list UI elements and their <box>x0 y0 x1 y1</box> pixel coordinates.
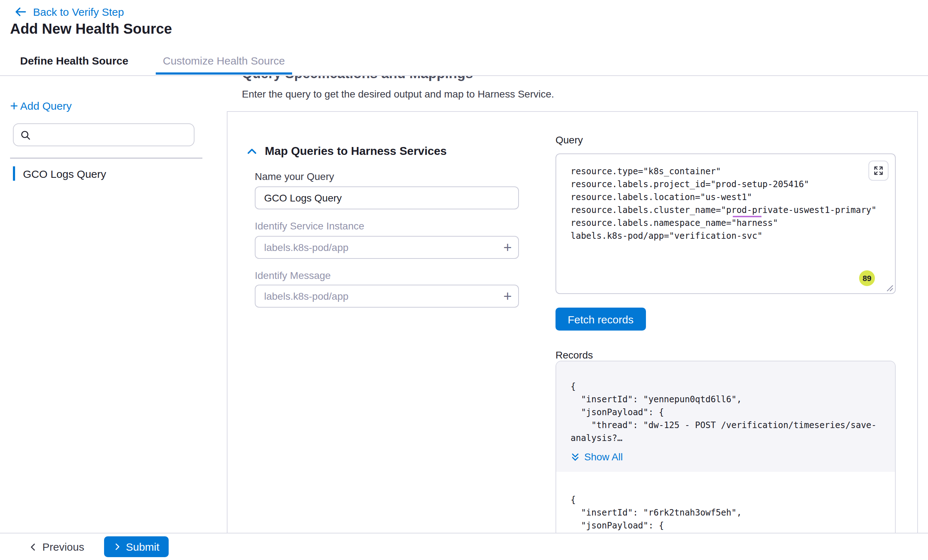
identify-message-field-wrap: + <box>255 285 519 307</box>
records-label: Records <box>556 349 593 361</box>
spellcheck-underline <box>733 216 762 217</box>
identify-message-label: Identify Message <box>255 269 331 281</box>
fullscreen-icon <box>873 166 884 176</box>
query-line: resource.type="k8s_container" <box>571 165 885 178</box>
back-link-label: Back to Verify Step <box>33 6 124 18</box>
query-line: resource.labels.namespace_name="harness" <box>571 216 885 230</box>
search-icon <box>20 129 31 140</box>
previous-label: Previous <box>42 541 84 553</box>
query-item-label: GCO Logs Query <box>23 167 106 180</box>
add-query-label: Add Query <box>20 100 72 112</box>
chevron-right-icon <box>114 543 122 551</box>
submit-button[interactable]: Submit <box>104 536 169 557</box>
query-name-field-wrap <box>255 186 519 209</box>
query-line: resource.labels.cluster_name="prod-priva… <box>571 204 885 216</box>
record-line: "thread": "dw-125 - POST /verification/t… <box>571 419 881 432</box>
record-line: "jsonPayload": { <box>571 406 881 419</box>
sidebar-divider <box>10 158 202 158</box>
add-health-source-page: Back to Verify Step Add New Health Sourc… <box>0 0 928 560</box>
show-all-label: Show All <box>584 450 623 463</box>
chevron-left-icon <box>29 542 37 551</box>
plus-icon: + <box>10 99 18 113</box>
record-line: { <box>571 380 881 393</box>
footer-bar: Previous Submit <box>0 533 928 560</box>
query-sidebar: + Add Query GCO Logs Query <box>0 76 227 533</box>
identify-message-input[interactable] <box>264 291 510 302</box>
query-line: resource.labels.location="us-west1" <box>571 191 885 204</box>
tab-customize-label: Customize Health Source <box>163 55 285 67</box>
records-box: { "insertId": "yennepun0qtd6ll6", "jsonP… <box>556 361 896 533</box>
service-instance-input[interactable] <box>264 242 510 253</box>
record-item: { "insertId": "r6rk2tnah3owf5eh", "jsonP… <box>556 472 895 533</box>
resize-handle[interactable] <box>886 285 894 292</box>
back-to-verify-step-link[interactable]: Back to Verify Step <box>14 6 124 18</box>
section-subtitle: Enter the query to get the desired outpu… <box>242 88 554 100</box>
record-line: analysis?… <box>571 432 881 444</box>
tab-bar: Define Health Source Customize Health So… <box>0 46 928 76</box>
chevron-up-icon[interactable] <box>246 146 258 157</box>
query-textarea[interactable]: resource.type="k8s_container" resource.l… <box>556 154 896 294</box>
tab-define-health-source[interactable]: Define Health Source <box>19 47 130 74</box>
add-message-icon[interactable]: + <box>504 288 512 304</box>
add-query-button[interactable]: + Add Query <box>10 99 72 113</box>
fetch-records-label: Fetch records <box>568 313 633 325</box>
map-queries-heading: Map Queries to Harness Services <box>265 145 447 158</box>
show-all-button[interactable]: Show All <box>571 450 881 463</box>
record-line: { <box>571 493 881 506</box>
service-instance-field-wrap: + <box>255 236 519 259</box>
char-count-badge: 89 <box>859 270 875 286</box>
sidebar-item-gco-logs-query[interactable]: GCO Logs Query <box>13 166 106 181</box>
page-title: Add New Health Source <box>10 21 172 37</box>
tab-customize-health-source[interactable]: Customize Health Source <box>162 47 286 74</box>
name-query-label: Name your Query <box>255 170 334 182</box>
expand-query-button[interactable] <box>868 161 888 181</box>
query-line: labels.k8s-pod/app="verification-svc" <box>571 230 885 242</box>
search-input[interactable] <box>36 129 187 140</box>
query-line: resource.labels.project_id="prod-setup-2… <box>571 178 885 191</box>
fetch-records-button[interactable]: Fetch records <box>556 307 646 330</box>
record-line: "jsonPayload": { <box>571 519 881 532</box>
selected-indicator <box>13 166 15 181</box>
record-line: "insertId": "r6rk2tnah3owf5eh", <box>571 506 881 519</box>
section-heading: Query Specifications and Mappings <box>242 76 473 82</box>
content-area: + Add Query GCO Logs Query Query Spe <box>0 76 928 533</box>
arrow-left-icon <box>14 6 27 18</box>
double-chevron-down-icon <box>571 452 580 461</box>
main-panel: Query Specifications and Mappings Enter … <box>227 76 918 533</box>
submit-label: Submit <box>126 541 159 553</box>
previous-button[interactable]: Previous <box>29 541 84 553</box>
query-mapping-card: Map Queries to Harness Services Name you… <box>227 111 918 533</box>
service-instance-label: Identify Service Instance <box>255 220 364 231</box>
query-name-input[interactable] <box>264 192 510 204</box>
add-service-instance-icon[interactable]: + <box>504 239 512 255</box>
active-tab-underline <box>156 72 292 75</box>
query-search-box[interactable] <box>13 123 194 146</box>
record-item: { "insertId": "yennepun0qtd6ll6", "jsonP… <box>556 361 895 472</box>
query-label: Query <box>556 134 583 146</box>
record-line: "insertId": "yennepun0qtd6ll6", <box>571 393 881 406</box>
